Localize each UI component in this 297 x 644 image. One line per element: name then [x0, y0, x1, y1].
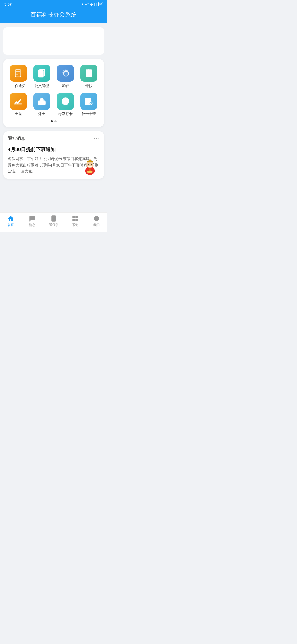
page-dots	[8, 120, 100, 122]
doc-manage-label: 公文管理	[35, 83, 49, 88]
notice-item-title: 4月30日提前下班通知	[8, 146, 100, 153]
svg-rect-21	[89, 160, 91, 162]
svg-point-28	[54, 217, 55, 219]
main-content: 工作通知 公文管理	[0, 23, 107, 212]
app-item-outing[interactable]: 外出	[31, 93, 53, 116]
app-item-leave[interactable]: 请假	[78, 65, 100, 88]
svg-rect-30	[73, 216, 75, 218]
nav-messages-label: 消息	[29, 223, 35, 227]
app-item-overtime[interactable]: 加班	[55, 65, 76, 88]
overtime-label: 加班	[62, 83, 69, 88]
dot-2	[54, 120, 57, 122]
svg-rect-33	[76, 219, 78, 221]
app-item-attendance[interactable]: 考勤打卡	[55, 93, 76, 116]
leave-icon	[80, 65, 97, 82]
banner-area	[3, 27, 104, 55]
wifi-icon: ◕	[90, 2, 93, 6]
notice-item[interactable]: 4月30日提前下班通知 各位同事，下午好！ 公司考虑到节假日客流高峰，为避免大家…	[8, 146, 100, 174]
doc-manage-icon	[33, 65, 50, 82]
notice-section: 通知消息 ··· 4月30日提前下班通知 各位同事，下午好！ 公司考虑到节假日客…	[3, 131, 104, 179]
app-item-work-notice[interactable]: 工作通知	[8, 65, 29, 88]
app-title: 百福科技办公系统	[0, 11, 107, 18]
svg-text:福: 福	[89, 168, 91, 171]
leave-label: 请假	[85, 83, 92, 88]
bluetooth-icon: ★	[81, 2, 84, 6]
svg-point-35	[96, 217, 97, 219]
card-apply-icon	[80, 93, 97, 110]
nav-item-contacts[interactable]: 通讯录	[43, 215, 64, 227]
notice-title-underline	[8, 143, 15, 143]
svg-rect-10	[15, 104, 22, 105]
app-item-business-trip[interactable]: 出差	[8, 93, 29, 116]
business-trip-label: 出差	[15, 111, 22, 116]
bottom-nav: 首页 消息 通讯录	[0, 212, 107, 232]
svg-rect-31	[76, 216, 78, 218]
nav-item-home[interactable]: 首页	[0, 215, 21, 227]
message-icon	[29, 215, 36, 222]
svg-point-8	[88, 69, 89, 70]
nav-mine-label: 我的	[94, 223, 100, 227]
notice-header: 通知消息 ···	[8, 136, 100, 143]
work-notice-label: 工作通知	[11, 83, 26, 88]
status-bar: 5:57 ★ 4G ◕ ‖‖ 56	[0, 0, 107, 8]
app-grid: 工作通知 公文管理	[8, 65, 100, 116]
app-item-card-apply[interactable]: 补卡申请	[78, 93, 100, 116]
svg-point-22	[88, 164, 89, 165]
overtime-icon	[57, 65, 74, 82]
nav-contacts-label: 通讯录	[49, 223, 58, 227]
app-grid-card: 工作通知 公文管理	[3, 59, 104, 127]
nav-item-system[interactable]: 系统	[64, 215, 86, 227]
notice-section-title: 通知消息	[8, 136, 25, 141]
nav-item-messages[interactable]: 消息	[21, 215, 43, 227]
svg-point-12	[41, 102, 43, 104]
system-icon	[72, 215, 79, 222]
mine-icon	[93, 215, 100, 222]
home-icon	[7, 215, 14, 222]
nav-system-label: 系统	[72, 223, 78, 227]
outing-label: 外出	[38, 111, 45, 116]
mascot-image: 福	[80, 158, 100, 177]
work-notice-icon	[10, 65, 27, 82]
app-item-doc-manage[interactable]: 公文管理	[31, 65, 53, 88]
notice-more-button[interactable]: ···	[94, 136, 100, 141]
signal-icon: 4G	[85, 2, 89, 6]
svg-rect-26	[52, 216, 56, 221]
status-icons: ★ 4G ◕ ‖‖ 56	[81, 2, 103, 6]
app-header: 百福科技办公系统	[0, 8, 107, 23]
contacts-icon	[50, 215, 57, 222]
card-apply-label: 补卡申请	[82, 111, 96, 116]
outing-icon	[33, 93, 50, 110]
svg-point-23	[91, 164, 92, 165]
business-trip-icon	[10, 93, 27, 110]
notice-title-wrap: 通知消息	[8, 136, 25, 143]
dot-1	[51, 120, 53, 122]
attendance-label: 考勤打卡	[58, 111, 73, 116]
attendance-icon	[57, 93, 74, 110]
battery-icon: 56	[98, 2, 103, 6]
nav-home-label: 首页	[8, 223, 14, 227]
nav-item-mine[interactable]: 我的	[86, 215, 107, 227]
signal-bar-icon: ‖‖	[94, 2, 97, 6]
svg-rect-5	[40, 69, 45, 76]
status-time: 5:57	[4, 2, 12, 6]
svg-rect-32	[73, 219, 75, 221]
